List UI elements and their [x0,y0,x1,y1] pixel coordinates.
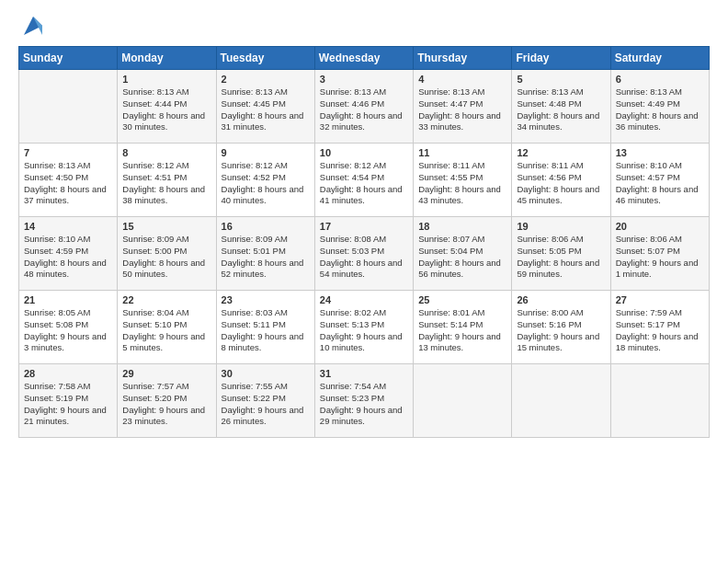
day-number: 21 [24,294,112,305]
day-number: 1 [122,74,210,85]
day-number: 22 [122,294,210,305]
day-number: 17 [320,221,408,232]
cell-info: Sunrise: 8:13 AMSunset: 4:48 PMDaylight:… [517,86,605,133]
calendar-cell: 15Sunrise: 8:09 AMSunset: 5:00 PMDayligh… [118,217,216,291]
calendar-cell [512,364,610,438]
day-number: 23 [222,294,310,305]
calendar-cell: 3Sunrise: 8:13 AMSunset: 4:46 PMDaylight… [314,70,413,144]
day-number: 19 [517,221,605,232]
calendar-cell: 26Sunrise: 8:00 AMSunset: 5:16 PMDayligh… [512,291,610,364]
cell-info: Sunrise: 8:09 AMSunset: 5:01 PMDaylight:… [222,234,310,281]
day-number: 11 [418,147,506,158]
cell-info: Sunrise: 7:59 AMSunset: 5:17 PMDaylight:… [616,307,704,354]
day-number: 18 [418,221,506,232]
calendar-cell: 1Sunrise: 8:13 AMSunset: 4:44 PMDaylight… [118,70,216,144]
calendar-cell: 2Sunrise: 8:13 AMSunset: 4:45 PMDaylight… [216,70,314,144]
calendar-cell: 20Sunrise: 8:06 AMSunset: 5:07 PMDayligh… [610,217,709,291]
weekday-header-monday: Monday [118,47,216,70]
day-number: 31 [320,368,408,379]
calendar-cell: 22Sunrise: 8:04 AMSunset: 5:10 PMDayligh… [118,291,216,364]
calendar-cell: 27Sunrise: 7:59 AMSunset: 5:17 PMDayligh… [610,291,709,364]
calendar-cell: 8Sunrise: 8:12 AMSunset: 4:51 PMDaylight… [118,144,216,217]
calendar-cell: 9Sunrise: 8:12 AMSunset: 4:52 PMDaylight… [216,144,314,217]
day-number: 16 [222,221,310,232]
calendar-cell: 17Sunrise: 8:08 AMSunset: 5:03 PMDayligh… [314,217,413,291]
cell-info: Sunrise: 8:12 AMSunset: 4:54 PMDaylight:… [320,160,408,207]
calendar-week-row: 1Sunrise: 8:13 AMSunset: 4:44 PMDaylight… [19,70,710,144]
day-number: 28 [24,368,112,379]
cell-info: Sunrise: 8:12 AMSunset: 4:51 PMDaylight:… [122,160,210,207]
day-number: 5 [517,74,605,85]
cell-info: Sunrise: 8:07 AMSunset: 5:04 PMDaylight:… [418,234,506,281]
calendar-cell: 30Sunrise: 7:55 AMSunset: 5:22 PMDayligh… [216,364,314,438]
day-number: 15 [122,221,210,232]
cell-info: Sunrise: 8:13 AMSunset: 4:50 PMDaylight:… [24,160,112,207]
cell-info: Sunrise: 8:13 AMSunset: 4:45 PMDaylight:… [222,86,310,133]
cell-info: Sunrise: 8:02 AMSunset: 5:13 PMDaylight:… [320,307,408,354]
calendar-table: SundayMondayTuesdayWednesdayThursdayFrid… [18,46,710,438]
calendar-cell: 25Sunrise: 8:01 AMSunset: 5:14 PMDayligh… [414,291,512,364]
calendar-week-row: 14Sunrise: 8:10 AMSunset: 4:59 PMDayligh… [19,217,710,291]
cell-info: Sunrise: 8:05 AMSunset: 5:08 PMDaylight:… [24,307,112,354]
weekday-header-wednesday: Wednesday [314,47,413,70]
day-number: 25 [418,294,506,305]
weekday-header-saturday: Saturday [610,47,709,70]
weekday-header-thursday: Thursday [414,47,512,70]
calendar-cell: 18Sunrise: 8:07 AMSunset: 5:04 PMDayligh… [414,217,512,291]
day-number: 8 [122,147,210,158]
cell-info: Sunrise: 8:00 AMSunset: 5:16 PMDaylight:… [517,307,605,354]
day-number: 20 [616,221,704,232]
calendar-cell: 24Sunrise: 8:02 AMSunset: 5:13 PMDayligh… [314,291,413,364]
calendar-cell: 19Sunrise: 8:06 AMSunset: 5:05 PMDayligh… [512,217,610,291]
day-number: 24 [320,294,408,305]
cell-info: Sunrise: 8:13 AMSunset: 4:46 PMDaylight:… [320,86,408,133]
day-number: 14 [24,221,112,232]
calendar-cell: 31Sunrise: 7:54 AMSunset: 5:23 PMDayligh… [314,364,413,438]
day-number: 6 [616,74,704,85]
calendar-cell: 13Sunrise: 8:10 AMSunset: 4:57 PMDayligh… [610,144,709,217]
day-number: 27 [616,294,704,305]
weekday-header-tuesday: Tuesday [216,47,314,70]
cell-info: Sunrise: 8:13 AMSunset: 4:47 PMDaylight:… [418,86,506,133]
cell-info: Sunrise: 7:54 AMSunset: 5:23 PMDaylight:… [320,381,408,428]
day-number: 4 [418,74,506,85]
logo-icon [20,13,46,39]
cell-info: Sunrise: 7:58 AMSunset: 5:19 PMDaylight:… [24,381,112,428]
cell-info: Sunrise: 8:10 AMSunset: 4:57 PMDaylight:… [616,160,704,207]
cell-info: Sunrise: 8:04 AMSunset: 5:10 PMDaylight:… [122,307,210,354]
day-number: 13 [616,147,704,158]
calendar-week-row: 28Sunrise: 7:58 AMSunset: 5:19 PMDayligh… [19,364,710,438]
cell-info: Sunrise: 8:06 AMSunset: 5:07 PMDaylight:… [616,234,704,281]
cell-info: Sunrise: 8:13 AMSunset: 4:44 PMDaylight:… [122,86,210,133]
header [18,17,710,39]
cell-info: Sunrise: 8:03 AMSunset: 5:11 PMDaylight:… [222,307,310,354]
cell-info: Sunrise: 8:06 AMSunset: 5:05 PMDaylight:… [517,234,605,281]
calendar-cell: 4Sunrise: 8:13 AMSunset: 4:47 PMDaylight… [414,70,512,144]
calendar-cell [414,364,512,438]
calendar-cell: 6Sunrise: 8:13 AMSunset: 4:49 PMDaylight… [610,70,709,144]
calendar-cell: 5Sunrise: 8:13 AMSunset: 4:48 PMDaylight… [512,70,610,144]
cell-info: Sunrise: 8:12 AMSunset: 4:52 PMDaylight:… [222,160,310,207]
calendar-week-row: 21Sunrise: 8:05 AMSunset: 5:08 PMDayligh… [19,291,710,364]
calendar-cell: 28Sunrise: 7:58 AMSunset: 5:19 PMDayligh… [19,364,118,438]
calendar-cell: 10Sunrise: 8:12 AMSunset: 4:54 PMDayligh… [314,144,413,217]
day-number: 9 [222,147,310,158]
day-number: 29 [122,368,210,379]
calendar-cell: 29Sunrise: 7:57 AMSunset: 5:20 PMDayligh… [118,364,216,438]
cell-info: Sunrise: 7:57 AMSunset: 5:20 PMDaylight:… [122,381,210,428]
calendar-cell: 14Sunrise: 8:10 AMSunset: 4:59 PMDayligh… [19,217,118,291]
cell-info: Sunrise: 8:13 AMSunset: 4:49 PMDaylight:… [616,86,704,133]
weekday-header-row: SundayMondayTuesdayWednesdayThursdayFrid… [19,47,710,70]
day-number: 10 [320,147,408,158]
day-number: 2 [222,74,310,85]
cell-info: Sunrise: 8:11 AMSunset: 4:56 PMDaylight:… [517,160,605,207]
calendar-cell: 16Sunrise: 8:09 AMSunset: 5:01 PMDayligh… [216,217,314,291]
day-number: 26 [517,294,605,305]
weekday-header-sunday: Sunday [19,47,118,70]
calendar-cell: 7Sunrise: 8:13 AMSunset: 4:50 PMDaylight… [19,144,118,217]
cell-info: Sunrise: 8:01 AMSunset: 5:14 PMDaylight:… [418,307,506,354]
cell-info: Sunrise: 8:08 AMSunset: 5:03 PMDaylight:… [320,234,408,281]
calendar-cell: 11Sunrise: 8:11 AMSunset: 4:55 PMDayligh… [414,144,512,217]
calendar-cell [610,364,709,438]
cell-info: Sunrise: 8:10 AMSunset: 4:59 PMDaylight:… [24,234,112,281]
